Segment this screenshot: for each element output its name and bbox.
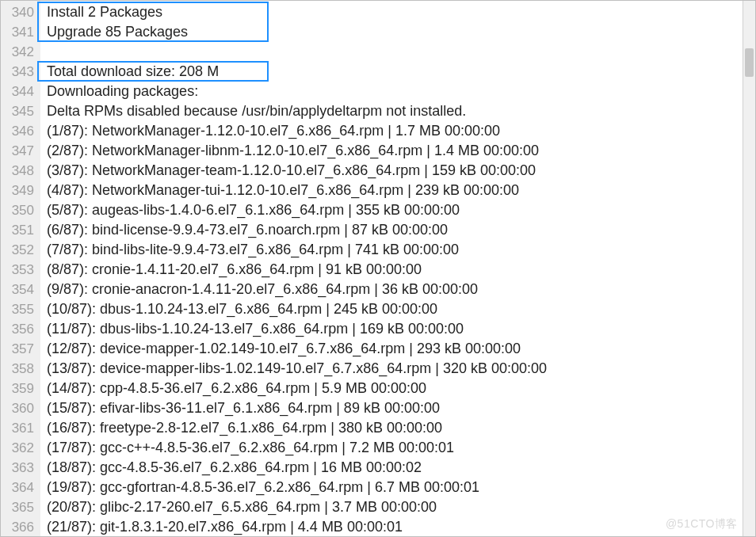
line-number: 348 bbox=[1, 161, 40, 181]
editor-line: (13/87): device-mapper-libs-1.02.149-10.… bbox=[47, 359, 743, 379]
line-number: 364 bbox=[1, 478, 40, 497]
editor-line: (10/87): dbus-1.10.24-13.el7_6.x86_64.rp… bbox=[47, 299, 743, 319]
line-number: 358 bbox=[1, 359, 40, 379]
editor-line: (21/87): git-1.8.3.1-20.el7.x86_64.rpm |… bbox=[47, 517, 743, 537]
editor-line: (11/87): dbus-libs-1.10.24-13.el7_6.x86_… bbox=[47, 319, 743, 339]
line-number: 340 bbox=[1, 2, 40, 22]
line-number: 366 bbox=[1, 517, 40, 537]
editor-line: (16/87): freetype-2.8-12.el7_6.1.x86_64.… bbox=[47, 418, 743, 438]
editor-line bbox=[47, 42, 743, 62]
line-number: 357 bbox=[1, 339, 40, 359]
editor-line: (17/87): gcc-c++-4.8.5-36.el7_6.2.x86_64… bbox=[47, 438, 743, 458]
editor-line: (12/87): device-mapper-1.02.149-10.el7_6… bbox=[47, 339, 743, 359]
editor-line: (15/87): efivar-libs-36-11.el7_6.1.x86_6… bbox=[47, 398, 743, 418]
line-number: 363 bbox=[1, 458, 40, 478]
editor-line: (6/87): bind-license-9.9.4-73.el7_6.noar… bbox=[47, 220, 743, 240]
line-number: 344 bbox=[1, 82, 40, 101]
line-number: 342 bbox=[1, 42, 40, 62]
line-number: 341 bbox=[1, 22, 40, 42]
editor-line: (2/87): NetworkManager-libnm-1.12.0-10.e… bbox=[47, 141, 743, 161]
line-number: 343 bbox=[1, 62, 40, 82]
editor-line: Total download size: 208 M bbox=[47, 62, 743, 82]
line-number: 359 bbox=[1, 379, 40, 398]
editor-line: (19/87): gcc-gfortran-4.8.5-36.el7_6.2.x… bbox=[47, 478, 743, 497]
editor-line: (20/87): glibc-2.17-260.el7_6.5.x86_64.r… bbox=[47, 497, 743, 517]
line-number: 347 bbox=[1, 141, 40, 161]
editor-line: (14/87): cpp-4.8.5-36.el7_6.2.x86_64.rpm… bbox=[47, 379, 743, 398]
line-number: 365 bbox=[1, 497, 40, 517]
editor-content[interactable]: Install 2 PackagesUpgrade 85 PackagesTot… bbox=[40, 1, 743, 536]
line-number: 360 bbox=[1, 398, 40, 418]
editor-line: (8/87): cronie-1.4.11-20.el7_6.x86_64.rp… bbox=[47, 260, 743, 280]
text-editor: 3403413423433443453463473483493503513523… bbox=[0, 0, 756, 537]
line-number: 349 bbox=[1, 181, 40, 200]
line-number: 355 bbox=[1, 299, 40, 319]
editor-line: (7/87): bind-libs-lite-9.9.4-73.el7_6.x8… bbox=[47, 240, 743, 260]
line-number-gutter: 3403413423433443453463473483493503513523… bbox=[1, 1, 40, 536]
editor-line: (5/87): augeas-libs-1.4.0-6.el7_6.1.x86_… bbox=[47, 200, 743, 220]
line-number: 361 bbox=[1, 418, 40, 438]
editor-line: Downloading packages: bbox=[47, 82, 743, 101]
scrollbar-thumb[interactable] bbox=[745, 48, 754, 77]
editor-line: (9/87): cronie-anacron-1.4.11-20.el7_6.x… bbox=[47, 280, 743, 299]
editor-line: (18/87): gcc-4.8.5-36.el7_6.2.x86_64.rpm… bbox=[47, 458, 743, 478]
editor-line: (3/87): NetworkManager-team-1.12.0-10.el… bbox=[47, 161, 743, 181]
editor-line: (4/87): NetworkManager-tui-1.12.0-10.el7… bbox=[47, 181, 743, 200]
editor-line: Upgrade 85 Packages bbox=[47, 22, 743, 42]
line-number: 345 bbox=[1, 101, 40, 121]
line-number: 354 bbox=[1, 280, 40, 299]
line-number: 353 bbox=[1, 260, 40, 280]
line-number: 351 bbox=[1, 220, 40, 240]
line-number: 346 bbox=[1, 121, 40, 141]
vertical-scrollbar[interactable] bbox=[743, 1, 755, 536]
editor-line: Delta RPMs disabled because /usr/bin/app… bbox=[47, 101, 743, 121]
line-number: 350 bbox=[1, 200, 40, 220]
line-number: 352 bbox=[1, 240, 40, 260]
line-number: 356 bbox=[1, 319, 40, 339]
line-number: 362 bbox=[1, 438, 40, 458]
editor-line: Install 2 Packages bbox=[47, 2, 743, 22]
editor-line: (1/87): NetworkManager-1.12.0-10.el7_6.x… bbox=[47, 121, 743, 141]
